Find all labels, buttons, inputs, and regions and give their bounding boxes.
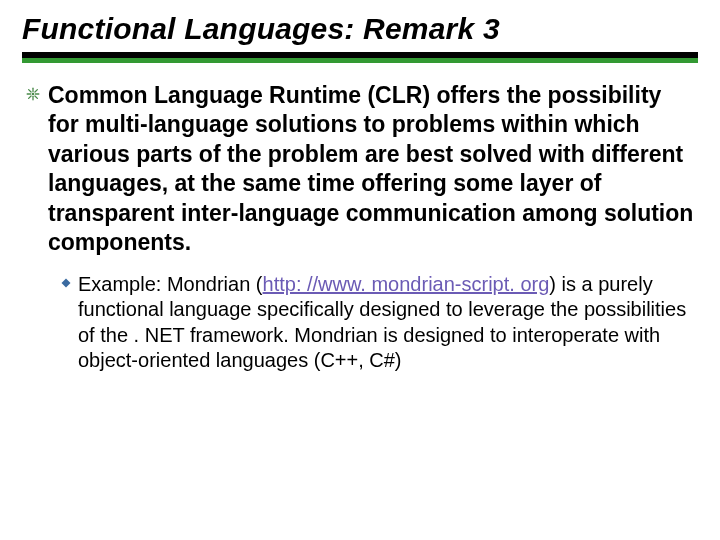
title-rule-green: [22, 58, 698, 63]
sub-bullet-text: Example: Mondrian (http: //www. mondrian…: [78, 272, 694, 374]
bullet-text: Common Language Runtime (CLR) offers the…: [48, 81, 694, 258]
mondrian-link[interactable]: http: //www. mondrian-script. org: [263, 273, 550, 295]
slide: Functional Languages: Remark 3: [0, 0, 720, 374]
svg-marker-9: [62, 278, 71, 287]
diamond-icon: [60, 277, 72, 289]
svg-line-5: [35, 96, 37, 98]
sub-text-prefix: Example: Mondrian (: [78, 273, 263, 295]
svg-line-7: [35, 90, 37, 92]
svg-line-6: [29, 96, 31, 98]
sub-bullet-item: Example: Mondrian (http: //www. mondrian…: [60, 272, 694, 374]
slide-body: Common Language Runtime (CLR) offers the…: [22, 81, 698, 374]
bullet-item: Common Language Runtime (CLR) offers the…: [26, 81, 694, 258]
svg-point-8: [32, 93, 35, 96]
sunburst-icon: [26, 87, 40, 101]
svg-line-4: [29, 90, 31, 92]
slide-title: Functional Languages: Remark 3: [22, 12, 698, 46]
